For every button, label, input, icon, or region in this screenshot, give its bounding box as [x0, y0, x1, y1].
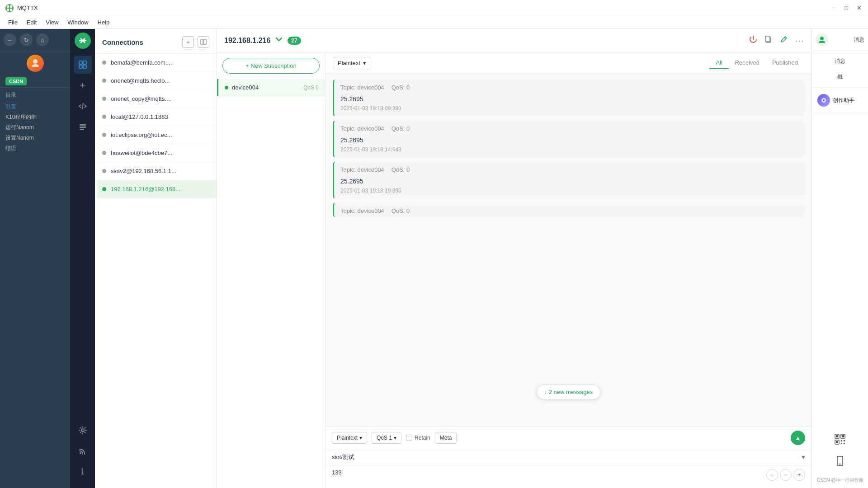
svg-rect-11: [83, 65, 86, 68]
compose-nav-plus-button[interactable]: +: [793, 469, 805, 481]
compose-topic-value[interactable]: siot/测试: [332, 453, 354, 461]
svg-point-16: [81, 429, 84, 432]
compose-nav-back-button[interactable]: ←: [766, 469, 778, 481]
connection-item[interactable]: iot.eclipse.org@iot.ec...: [95, 126, 217, 144]
toc-item-4[interactable]: 结语: [5, 143, 65, 154]
subscriptions-panel: + New Subscription device004 QoS 0: [217, 52, 326, 488]
connection-list: bemafa@bemfa.com:... onenet@mqtts.heclo.…: [95, 54, 217, 488]
topic-expand-icon[interactable]: ▾: [802, 453, 805, 461]
connection-item[interactable]: local@127.0.0.1:1883: [95, 108, 217, 126]
rp-tab-overview[interactable]: 概: [815, 70, 865, 84]
split-connection-button[interactable]: [198, 36, 209, 48]
connection-item[interactable]: bemafa@bemfa.com:...: [95, 54, 217, 72]
toc-item-3[interactable]: 设置Nanom: [5, 133, 65, 143]
connection-name: local@127.0.0.1:1883: [111, 113, 168, 120]
filter-received-tab[interactable]: Received: [729, 57, 766, 69]
sidebar-add-button[interactable]: +: [74, 76, 92, 94]
add-connection-button[interactable]: +: [182, 36, 194, 48]
close-button[interactable]: ✕: [855, 5, 863, 12]
watermark-label: CSDN @神一样的老师: [812, 473, 868, 488]
svg-line-12: [82, 103, 83, 109]
new-subscription-button[interactable]: + New Subscription: [222, 58, 320, 74]
more-button[interactable]: ⋯: [795, 35, 804, 46]
sidebar-settings-button[interactable]: [74, 421, 92, 439]
toc-item-1[interactable]: K10程序的绑: [5, 112, 65, 122]
connection-status-dot: [102, 133, 106, 137]
sidebar-feeds-button[interactable]: [74, 442, 92, 460]
message-time: 2025-01-03 19:18:14:643: [340, 146, 798, 153]
nav-back-button[interactable]: ←: [4, 33, 16, 46]
message-card: Topic: device004 QoS: 0 25.2695 2025-01-…: [333, 121, 804, 157]
message-time: 2025-01-03 19:18:09:390: [340, 105, 798, 112]
svg-rect-33: [836, 441, 838, 443]
subscription-name: device004: [232, 84, 300, 91]
format-dropdown[interactable]: Plaintext ▾: [333, 57, 371, 69]
compose-qos-icon: ▾: [394, 435, 396, 441]
retain-checkbox[interactable]: [406, 435, 412, 441]
message-topic: Topic: device004: [340, 166, 384, 173]
active-connection-item[interactable]: 192.168.1.216@192.168....: [95, 180, 217, 198]
mqttx-logo[interactable]: [75, 33, 91, 49]
menu-help[interactable]: Help: [93, 18, 114, 27]
title-bar-left: MQTTX: [5, 4, 38, 12]
message-card-header: Topic: device004 QoS: 0: [334, 80, 804, 94]
rp-phone-icon[interactable]: [832, 453, 848, 469]
menu-window[interactable]: Window: [63, 18, 93, 27]
sidebar-scripts-button[interactable]: [74, 118, 92, 136]
connection-name: onenet_copy@mqtts....: [111, 95, 171, 102]
edit-button[interactable]: [779, 35, 788, 46]
rp-tab-messages[interactable]: 消息: [815, 54, 865, 69]
compose-message-value[interactable]: 133: [332, 469, 763, 476]
power-button[interactable]: [749, 35, 758, 46]
new-messages-tooltip[interactable]: ↓ 2 new messages: [537, 385, 601, 399]
sidebar-connections-button[interactable]: [74, 56, 92, 74]
svg-rect-31: [842, 435, 844, 437]
connection-item[interactable]: onenet_copy@mqtts....: [95, 90, 217, 108]
nav-refresh-button[interactable]: ↻: [20, 33, 33, 46]
svg-point-4: [33, 59, 38, 64]
compose-format-dropdown[interactable]: Plaintext ▾: [332, 432, 367, 444]
rp-icon-section: [812, 427, 868, 473]
toc-item-2[interactable]: 运行Nanom: [5, 122, 65, 133]
connection-item[interactable]: huaweiiot@bde4cbe7...: [95, 144, 217, 162]
message-card-body: 25.2695 2025-01-03 19:18:09:390: [334, 94, 804, 116]
connection-status-dot: [102, 151, 106, 155]
toc-item-0[interactable]: 引言: [5, 102, 65, 112]
sidebar-info-button[interactable]: ℹ: [74, 463, 92, 481]
connection-item[interactable]: siotv2@192.168.56.1:1...: [95, 162, 217, 180]
mqttx-content: + New Subscription device004 QoS 0 Plain…: [217, 52, 811, 488]
message-card-header: Topic: device004 QoS: 0: [334, 121, 804, 135]
message-list: Topic: device004 QoS: 0 25.2695 2025-01-…: [326, 74, 811, 427]
creator-assistant-button[interactable]: 创作助手: [817, 91, 863, 109]
rp-qr-icon[interactable]: [832, 431, 848, 447]
connection-name: huaweiiot@bde4cbe7...: [111, 150, 172, 156]
minimize-button[interactable]: −: [830, 5, 837, 12]
connection-item[interactable]: onenet@mqtts.heclo...: [95, 72, 217, 90]
meta-button[interactable]: Meta: [435, 432, 457, 444]
svg-rect-19: [204, 39, 206, 45]
copy-button[interactable]: [764, 35, 773, 46]
connection-status-dot: [102, 61, 106, 65]
connection-info: 192.168.1.216 27: [224, 34, 301, 47]
maximize-button[interactable]: □: [843, 5, 850, 12]
connections-title: Connections: [102, 38, 143, 46]
send-button[interactable]: ▲: [791, 431, 805, 445]
retain-checkbox-area[interactable]: Retain: [406, 435, 430, 441]
message-card-body: 25.2695 2025-01-03 19:18:19:895: [334, 176, 804, 198]
subscription-item[interactable]: device004 QoS 0: [217, 79, 325, 96]
menu-edit[interactable]: Edit: [22, 18, 41, 27]
compose-nav-minus-button[interactable]: −: [780, 469, 792, 481]
menu-bar: File Edit View Window Help: [0, 16, 868, 29]
header-actions: ⋯: [749, 35, 804, 46]
filter-all-tab[interactable]: All: [709, 57, 728, 69]
right-panel-header: 消息: [812, 29, 868, 51]
compose-qos-dropdown[interactable]: QoS 1 ▾: [372, 432, 401, 444]
csdn-logo: CSDN: [5, 77, 27, 85]
menu-view[interactable]: View: [41, 18, 63, 27]
sidebar-code-button[interactable]: [74, 97, 92, 115]
svg-rect-37: [844, 443, 845, 444]
connection-status-dot: [102, 187, 106, 191]
menu-file[interactable]: File: [4, 18, 22, 27]
filter-published-tab[interactable]: Published: [766, 57, 804, 69]
nav-home-button[interactable]: ⌂: [36, 33, 49, 46]
